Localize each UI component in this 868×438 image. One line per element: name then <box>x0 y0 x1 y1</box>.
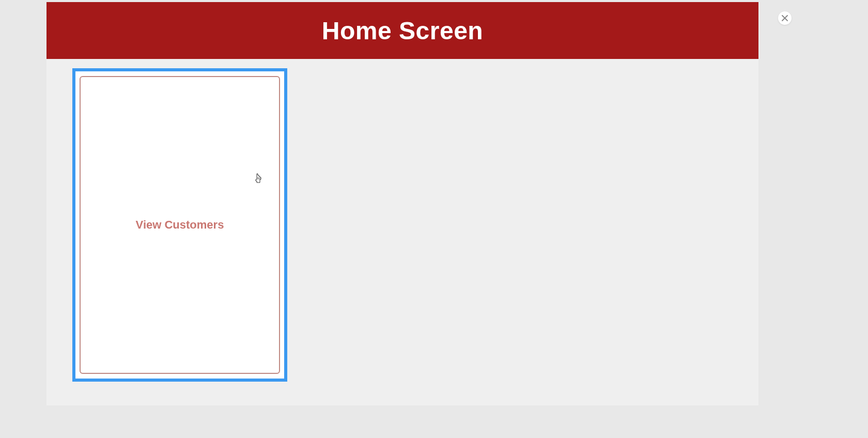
header-bar: Home Screen <box>47 2 758 59</box>
card-label: View Customers <box>136 218 224 232</box>
content-area: View Customers <box>47 59 758 391</box>
close-icon <box>781 14 788 22</box>
view-customers-card[interactable]: View Customers <box>72 68 287 382</box>
close-button[interactable] <box>778 11 792 25</box>
modal-container: Home Screen View Customers <box>47 2 758 405</box>
page-title: Home Screen <box>322 17 483 45</box>
card-inner-frame: View Customers <box>80 76 280 374</box>
